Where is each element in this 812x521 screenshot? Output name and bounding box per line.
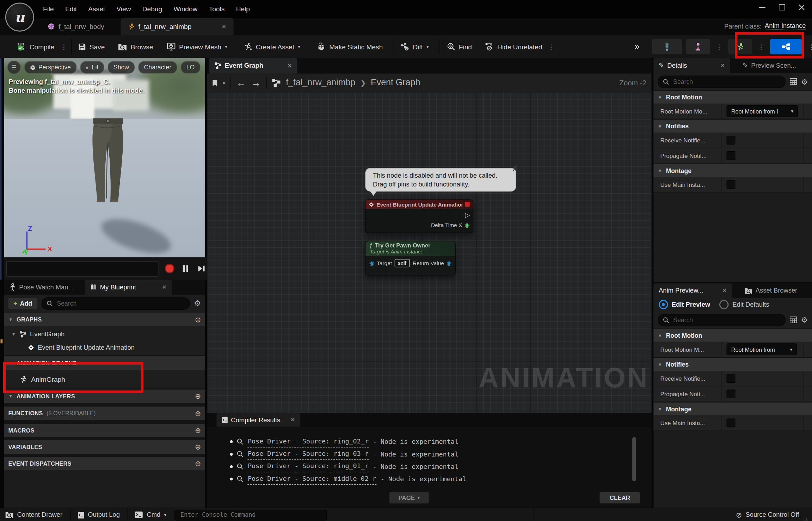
source-control-button[interactable]: ⊘ Source Control Off xyxy=(736,508,807,521)
compile-options-icon[interactable]: ⋮ xyxy=(59,43,69,50)
preview-mesh-button[interactable]: Preview Mesh ▾ xyxy=(162,39,232,54)
toolbar-overflow-icon[interactable]: » xyxy=(635,42,639,52)
menu-debug[interactable]: Debug xyxy=(137,3,168,15)
tab-close-icon[interactable]: ✕ xyxy=(287,62,292,69)
breadcrumb-current[interactable]: Event Graph xyxy=(371,78,420,88)
skeletal-mesh-options-icon[interactable]: ⋮ xyxy=(714,43,724,50)
root-motion-mode-dropdown[interactable]: Root Motion from I ▾ xyxy=(727,105,798,117)
compiler-message-link[interactable]: Pose Driver - Source: ring_02_r xyxy=(248,435,369,447)
details-search-input[interactable] xyxy=(672,78,780,86)
back-arrow-icon[interactable]: ← xyxy=(236,77,246,88)
character-button[interactable]: Character xyxy=(138,61,177,73)
menu-tools[interactable]: Tools xyxy=(203,3,230,15)
menu-file[interactable]: File xyxy=(37,3,60,15)
show-button[interactable]: Show xyxy=(108,61,135,73)
use-main-instance-checkbox[interactable] xyxy=(727,418,736,427)
anim-preview-search[interactable] xyxy=(658,314,785,326)
receive-notifies-checkbox[interactable] xyxy=(727,374,736,383)
return-value-pin[interactable]: Return Value ◉ xyxy=(413,260,451,266)
menu-view[interactable]: View xyxy=(111,3,136,15)
anim-blueprint-options-icon[interactable]: ⋮ xyxy=(806,43,812,50)
tab-close-icon[interactable]: ✕ xyxy=(720,62,725,69)
edit-defaults-radio[interactable]: Edit Defaults xyxy=(719,300,769,309)
add-function-icon[interactable]: ⊕ xyxy=(195,409,201,418)
my-blueprint-search-input[interactable] xyxy=(56,299,185,308)
menu-help[interactable]: Help xyxy=(230,3,256,15)
content-drawer-button[interactable]: Content Drawer xyxy=(0,511,68,519)
tab-close-icon[interactable]: ✕ xyxy=(162,284,167,290)
event-blueprint-update-animation-node[interactable]: Event Blueprint Update Animation ▷ Delta… xyxy=(365,200,473,233)
tree-item-eventgraph[interactable]: ▼ EventGraph xyxy=(4,327,205,341)
tab-my-blueprint[interactable]: My Blueprint ✕ xyxy=(85,280,172,295)
anim-preview-search-input[interactable] xyxy=(672,316,780,324)
root-motion-section[interactable]: ▼ Root Motion xyxy=(653,90,812,104)
tab-details[interactable]: ✎ Details ✕ xyxy=(653,58,730,73)
root-motion-mode-dropdown[interactable]: Root Motion from ▾ xyxy=(727,343,797,355)
clear-button[interactable]: CLEAR xyxy=(600,492,640,503)
tab-f-tal-nrw-body[interactable]: f_tal_nrw_body xyxy=(41,18,112,35)
tab-event-graph-document[interactable]: Event Graph ✕ xyxy=(209,58,297,74)
montage-section[interactable]: ▼ Montage xyxy=(653,402,812,415)
compile-button[interactable]: Compile xyxy=(12,39,59,54)
macros-section-header[interactable]: MACROS ⊕ xyxy=(4,424,205,437)
event-graph-canvas[interactable]: ANIMATION This node is disabled and will… xyxy=(207,92,652,413)
tab-asset-browser[interactable]: Asset Browser xyxy=(739,283,802,298)
details-search[interactable] xyxy=(658,75,785,88)
add-animation-layer-icon[interactable]: ⊕ xyxy=(195,392,201,400)
use-main-instance-checkbox[interactable] xyxy=(727,180,736,189)
breadcrumb-root[interactable]: f_tal_nrw_animbp xyxy=(286,78,355,88)
menu-edit[interactable]: Edit xyxy=(60,3,82,15)
viewport-menu-button[interactable]: ☰ xyxy=(7,61,21,74)
compiler-scrollbar[interactable] xyxy=(632,437,636,481)
compiler-message-link[interactable]: Pose Driver - Source: ring_01_r xyxy=(248,460,369,472)
graphs-section-header[interactable]: ▼ GRAPHS ⊕ xyxy=(4,313,205,326)
exec-output-pin[interactable]: ▷ xyxy=(465,212,470,219)
tree-item-event-blueprint-update-animation[interactable]: Event Blueprint Update Animation xyxy=(4,341,205,354)
display-filter-icon[interactable] xyxy=(789,78,797,85)
notifies-section[interactable]: ▼ Notifies xyxy=(653,119,812,133)
console-command-input[interactable] xyxy=(179,511,322,519)
save-button[interactable]: Save xyxy=(73,39,109,54)
event-dispatchers-section-header[interactable]: EVENT DISPATCHERS ⊕ xyxy=(4,457,205,470)
forward-arrow-icon[interactable]: → xyxy=(251,77,261,88)
find-button[interactable]: Find xyxy=(442,39,476,54)
montage-section[interactable]: ▼ Montage xyxy=(653,164,812,177)
tab-preview-scene-settings[interactable]: ✎ Preview Scen... xyxy=(737,58,801,73)
root-motion-section[interactable]: ▼ Root Motion xyxy=(653,329,812,342)
record-button[interactable] xyxy=(164,263,175,274)
compiler-message-link[interactable]: Pose Driver - Source: middle_02_r xyxy=(248,472,376,485)
skeleton-editor-button[interactable] xyxy=(652,39,682,54)
add-graph-icon[interactable]: ⊕ xyxy=(195,315,201,324)
close-icon[interactable] xyxy=(799,4,805,11)
diff-button[interactable]: Diff ▾ xyxy=(396,39,433,54)
tab-f-tal-nrw-animbp[interactable]: f_tal_nrw_animbp ✕ xyxy=(121,18,234,35)
step-forward-button[interactable] xyxy=(196,263,207,274)
propagate-notifies-checkbox[interactable] xyxy=(727,151,736,160)
add-variable-icon[interactable]: ⊕ xyxy=(195,443,201,451)
display-filter-icon[interactable] xyxy=(789,317,797,323)
menu-asset[interactable]: Asset xyxy=(82,3,111,15)
tab-compiler-results[interactable]: Compiler Results ✕ xyxy=(216,413,300,427)
try-get-pawn-owner-node[interactable]: ƒ Try Get Pawn Owner Target is Anim Inst… xyxy=(365,241,456,275)
make-static-mesh-button[interactable]: Make Static Mesh xyxy=(312,39,388,54)
gear-icon[interactable]: ⚙ xyxy=(194,299,201,308)
tab-anim-preview-editor[interactable]: Anim Preview... ✕ xyxy=(653,283,732,298)
output-log-button[interactable]: Output Log xyxy=(72,511,125,519)
variables-section-header[interactable]: VARIABLES ⊕ xyxy=(4,440,205,454)
skeletal-mesh-editor-button[interactable] xyxy=(686,39,710,54)
bookmark-icon[interactable] xyxy=(212,80,217,86)
edit-preview-radio[interactable]: Edit Preview xyxy=(659,300,710,309)
parent-class-link[interactable]: Anim Instance xyxy=(765,22,806,30)
pushpin-icon[interactable] xyxy=(511,165,518,172)
tab-close-icon[interactable]: ✕ xyxy=(290,416,295,423)
pause-button[interactable] xyxy=(180,263,190,274)
perspective-button[interactable]: Perspective xyxy=(24,61,76,73)
timeline-scrubber[interactable] xyxy=(6,261,159,276)
page-button[interactable]: PAGE▾ xyxy=(389,492,429,503)
propagate-notifies-checkbox[interactable] xyxy=(727,390,736,398)
tab-close-icon[interactable]: ✕ xyxy=(222,23,227,30)
cmd-button[interactable]: Cmd ▾ xyxy=(130,511,172,519)
minimize-icon[interactable] xyxy=(759,7,765,8)
add-macro-icon[interactable]: ⊕ xyxy=(195,426,201,435)
notifies-section[interactable]: ▼ Notifies xyxy=(653,357,812,371)
